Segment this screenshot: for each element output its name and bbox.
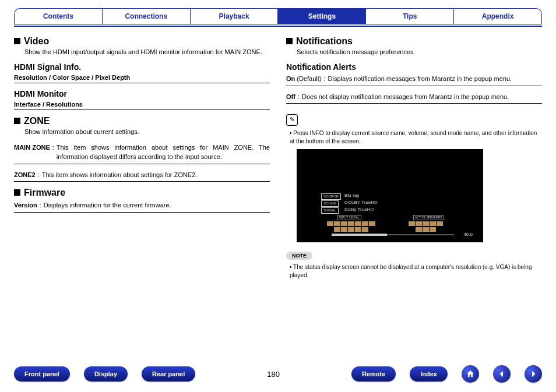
heading-firmware: Firmware bbox=[14, 188, 270, 198]
right-column: Notifications Selects notification messa… bbox=[286, 33, 542, 280]
next-page-icon[interactable] bbox=[525, 365, 542, 383]
heading-hdmi-monitor: HDMI Monitor bbox=[14, 89, 270, 98]
nav-display[interactable]: Display bbox=[84, 366, 128, 382]
prev-page-icon[interactable] bbox=[493, 365, 511, 383]
heading-zone-text: ZONE bbox=[24, 116, 50, 126]
tab-underline bbox=[14, 26, 542, 27]
zone-row-key: MAIN ZONE bbox=[14, 143, 50, 162]
heading-video: Video bbox=[14, 36, 270, 47]
osd-speaker-bars2 bbox=[416, 227, 436, 232]
top-tabs: Contents Connections Playback Settings T… bbox=[14, 8, 542, 24]
osd-input-bars2 bbox=[334, 227, 368, 232]
osd-volume-track bbox=[332, 234, 454, 235]
osd-active-speakers-label: ACTIVE SPEAKERS bbox=[413, 215, 444, 220]
heading-firmware-text: Firmware bbox=[24, 188, 65, 197]
firmware-row-key: Version bbox=[14, 200, 37, 210]
pencil-icon: ✎ bbox=[286, 114, 298, 126]
zone-row-key: ZONE2 bbox=[14, 170, 36, 180]
divider bbox=[14, 212, 270, 213]
nav-front-panel[interactable]: Front panel bbox=[14, 366, 70, 382]
hdmi-signal-sub: Resolution / Color Space / Pixel Depth bbox=[14, 74, 270, 81]
alert-on-val: Displays notification messages from Mara… bbox=[328, 74, 542, 84]
firmware-row: Version:Displays information for the cur… bbox=[14, 200, 270, 210]
zone-row-val: This item shows information about settin… bbox=[42, 170, 270, 180]
osd-sound-value: DOLBY TrueHD bbox=[344, 200, 378, 205]
tab-playback[interactable]: Playback bbox=[190, 8, 278, 24]
home-icon[interactable] bbox=[462, 365, 479, 383]
alert-row-on: On (Default):Displays notification messa… bbox=[286, 74, 542, 84]
divider bbox=[14, 181, 270, 182]
osd-signal-value: Dolby TrueHD bbox=[344, 207, 374, 212]
osd-signal-label: SIGNAL bbox=[321, 207, 339, 214]
osd-input-signal-label: INPUT SIGNAL bbox=[337, 215, 361, 220]
heading-hdmi-signal: HDMI Signal Info. bbox=[14, 62, 270, 72]
divider bbox=[14, 164, 270, 164]
heading-notifications: Notifications bbox=[286, 36, 542, 47]
zone-row-main: MAIN ZONE:This item shows information ab… bbox=[14, 143, 270, 162]
left-column: Video Show the HDMI input/output signals… bbox=[14, 33, 270, 280]
divider bbox=[286, 103, 542, 104]
osd-speaker-bars bbox=[409, 221, 443, 226]
zone-desc: Show information about current settings. bbox=[24, 128, 270, 136]
info-note: • Press INFO to display current source n… bbox=[290, 129, 542, 146]
osd-input-bars bbox=[327, 221, 375, 226]
tab-contents[interactable]: Contents bbox=[14, 8, 102, 24]
heading-video-text: Video bbox=[24, 36, 49, 46]
divider bbox=[286, 86, 542, 86]
nav-index[interactable]: Index bbox=[410, 366, 448, 382]
square-bullet-icon bbox=[14, 38, 20, 44]
hdmi-monitor-sub: Interface / Resolutions bbox=[14, 101, 270, 108]
alert-row-off: Off:Does not display notification messag… bbox=[286, 92, 542, 102]
alert-off-key: Off bbox=[286, 92, 295, 102]
video-desc: Show the HDMI input/output signals and H… bbox=[24, 48, 270, 56]
divider bbox=[14, 110, 270, 110]
note-text: • The status display screen cannot be di… bbox=[290, 263, 542, 280]
divider bbox=[14, 83, 270, 83]
osd-volume-value: 40.0 bbox=[463, 232, 473, 237]
tab-tips[interactable]: Tips bbox=[365, 8, 453, 24]
nav-rear-panel[interactable]: Rear panel bbox=[142, 366, 195, 382]
osd-sound-label: SOUND bbox=[321, 200, 339, 207]
tab-connections[interactable]: Connections bbox=[102, 8, 190, 24]
heading-notifications-text: Notifications bbox=[296, 36, 353, 46]
firmware-row-val: Displays information for the current fir… bbox=[44, 200, 270, 210]
notif-desc: Selects notification message preferences… bbox=[297, 48, 542, 56]
note-badge: NOTE bbox=[286, 252, 312, 260]
nav-remote[interactable]: Remote bbox=[351, 366, 396, 382]
heading-notif-alerts: Notification Alerts bbox=[286, 62, 542, 72]
osd-preview: SOURCE Blu-ray SOUND DOLBY TrueHD SIGNAL… bbox=[297, 149, 483, 242]
zone-row-zone2: ZONE2:This item shows information about … bbox=[14, 170, 270, 180]
osd-source-value: Blu-ray bbox=[344, 193, 359, 198]
alert-off-val: Does not display notification messages f… bbox=[302, 92, 542, 102]
zone-row-val: This item shows information about settin… bbox=[57, 143, 270, 162]
alert-on-key: On (Default) bbox=[286, 74, 322, 84]
heading-zone: ZONE bbox=[14, 116, 270, 126]
square-bullet-icon bbox=[286, 38, 293, 44]
tab-settings[interactable]: Settings bbox=[277, 8, 365, 24]
square-bullet-icon bbox=[14, 118, 20, 124]
square-bullet-icon bbox=[14, 189, 20, 196]
page-number: 180 bbox=[256, 370, 291, 379]
footer: Front panel Display Rear panel 180 Remot… bbox=[0, 365, 556, 383]
osd-source-label: SOURCE bbox=[321, 193, 341, 200]
tab-appendix[interactable]: Appendix bbox=[453, 8, 542, 24]
